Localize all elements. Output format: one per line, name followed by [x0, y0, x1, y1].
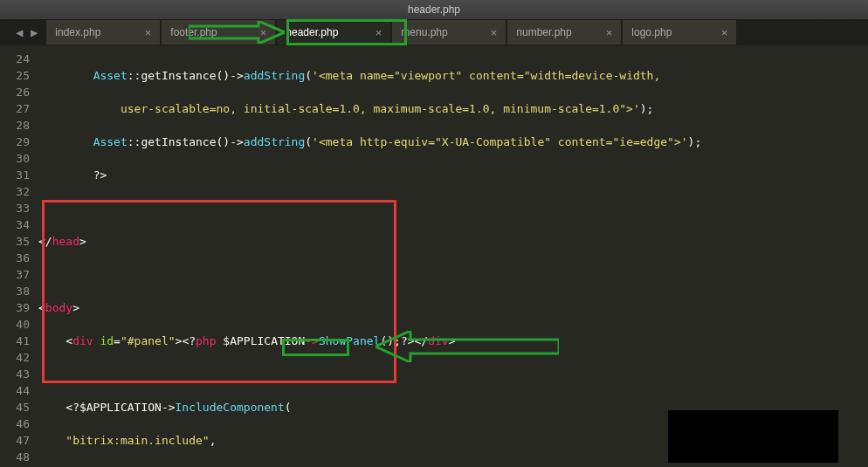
close-icon[interactable]: ×: [491, 26, 498, 39]
tab-number[interactable]: number.php×: [507, 20, 621, 45]
tab-logo[interactable]: logo.php×: [623, 20, 736, 45]
arrow-left-icon: [375, 331, 559, 362]
editor: 2425 262728 293031 323334 353637 383940 …: [0, 45, 868, 467]
tab-header[interactable]: header.php×: [277, 20, 390, 45]
code-area[interactable]: Asset::getInstance()->addString('<meta n…: [38, 45, 868, 467]
window-title: header.php: [408, 3, 460, 16]
svg-marker-1: [375, 331, 559, 362]
tab-bar: ◀ ▶ index.php× footer.php× header.php× m…: [0, 19, 868, 45]
window-title-bar: header.php: [0, 0, 868, 19]
line-number-gutter: 2425 262728 293031 323334 353637 383940 …: [0, 45, 38, 467]
black-overlay: [668, 410, 838, 463]
close-icon[interactable]: ×: [606, 26, 613, 39]
close-icon[interactable]: ×: [145, 26, 152, 39]
highlight-box-red: [42, 200, 396, 383]
close-icon[interactable]: ×: [721, 26, 728, 39]
arrow-right-icon: [189, 21, 285, 44]
close-icon[interactable]: ×: [375, 26, 382, 39]
tab-menu[interactable]: menu.php×: [392, 20, 506, 45]
tab-index[interactable]: index.php×: [46, 20, 160, 45]
nav-back-icon[interactable]: ◀ ▶: [7, 25, 46, 39]
svg-marker-0: [189, 21, 285, 44]
